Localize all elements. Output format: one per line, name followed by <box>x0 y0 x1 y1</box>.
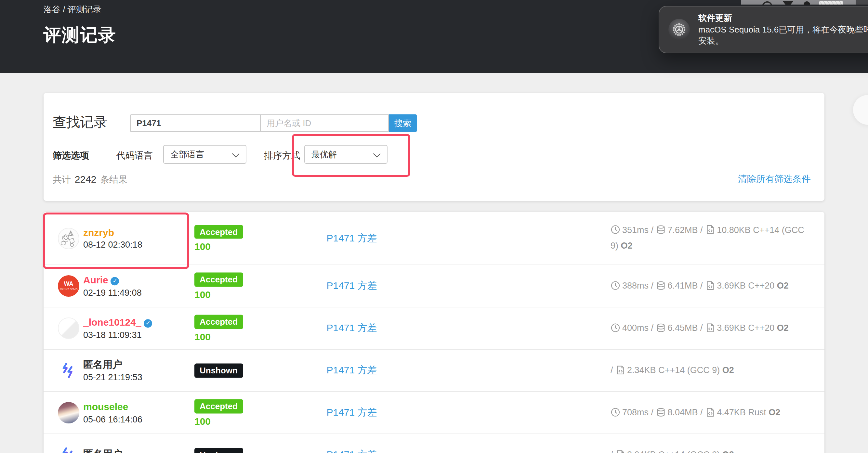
record-row[interactable]: 匿名用户✓ 05-21 21:19:53 Unshown P1471 方差 / … <box>43 349 825 391</box>
submission-stats: 400ms / 6.45MB / 3.69KB C++20 O2 <box>611 320 806 336</box>
status-badge[interactable]: Accepted <box>194 225 243 239</box>
status-badge[interactable]: Unshown <box>194 448 243 453</box>
username-link[interactable]: 匿名用户✓ <box>83 359 143 371</box>
username-link[interactable]: _lone10124_✓ <box>83 317 152 329</box>
code-file-icon <box>705 323 715 332</box>
code-file-icon <box>705 281 715 290</box>
status-badge[interactable]: Unshown <box>194 364 243 378</box>
problem-link[interactable]: P1471 方差 <box>274 449 430 453</box>
time-icon <box>611 407 620 417</box>
code-file-icon <box>615 365 625 375</box>
time-icon <box>611 225 620 234</box>
total-count: 2242 <box>75 173 97 185</box>
page: 洛谷 / 评测记录 评测记录 软件更新 macOS Sequoia 15.6已可… <box>0 0 868 453</box>
status-block: Unshown <box>194 448 243 453</box>
user-avatar[interactable] <box>58 227 79 249</box>
user-avatar[interactable] <box>58 318 79 339</box>
user-search-input[interactable] <box>260 115 389 132</box>
submission-time: 03-18 11:09:31 <box>83 330 152 340</box>
sort-select-value: 最优解 <box>311 149 337 160</box>
filter-options-label: 筛选选项 <box>53 150 89 162</box>
verified-badge-icon: ✓ <box>144 319 152 328</box>
partial-bell-icon <box>762 1 772 5</box>
submission-time: 05-21 21:19:53 <box>83 373 143 382</box>
problem-link[interactable]: P1471 方差 <box>274 280 430 292</box>
status-badge[interactable]: Accepted <box>194 399 243 413</box>
username-link[interactable]: znzryb✓ <box>83 226 143 239</box>
submission-time: 05-06 16:14:06 <box>83 415 143 424</box>
score: 100 <box>194 331 243 342</box>
partial-mail-icon <box>783 1 793 5</box>
problem-search-input[interactable] <box>130 115 260 132</box>
language-label: 代码语言 <box>116 150 153 162</box>
username-link[interactable]: mouselee✓ <box>83 401 143 413</box>
user-block: 匿名用户✓ 05-21 21:19:53 <box>83 359 143 382</box>
memory-icon <box>656 323 666 332</box>
status-block: Accepted 100 <box>194 225 243 252</box>
submission-stats: / 3.04KB C++14 (GCC 9) O2 <box>611 447 806 453</box>
score: 100 <box>194 415 243 426</box>
submission-stats: 708ms / 8.04MB / 4.47KB Rust O2 <box>611 405 806 421</box>
problem-link[interactable]: P1471 方差 <box>274 364 430 377</box>
problem-link[interactable]: P1471 方差 <box>274 232 430 245</box>
problem-link[interactable]: P1471 方差 <box>274 407 430 419</box>
status-block: Accepted 100 <box>194 399 243 426</box>
score: 100 <box>194 241 243 252</box>
time-icon <box>611 323 620 332</box>
record-row[interactable]: WA19ms/3.38MB Aurie✓ 02-19 11:49:08 Acce… <box>43 264 825 307</box>
sort-label: 排序方式 <box>264 150 300 162</box>
time-icon <box>611 281 620 290</box>
user-block: 匿名用户✓ <box>83 448 122 453</box>
settings-gear-icon <box>669 19 690 40</box>
partial-avatar <box>819 1 843 5</box>
status-block: Unshown <box>194 364 243 378</box>
total-suffix: 条结果 <box>100 174 127 185</box>
search-button[interactable]: 搜索 <box>389 115 417 132</box>
submission-stats: 388ms / 6.41MB / 3.69KB C++20 O2 <box>611 278 806 294</box>
background-navbar-strip <box>741 0 868 5</box>
user-avatar[interactable] <box>58 402 79 423</box>
avatar-subtext: 19ms/3.38MB <box>60 288 78 291</box>
code-file-icon <box>705 225 715 234</box>
memory-icon <box>656 281 666 290</box>
user-avatar[interactable] <box>58 444 79 453</box>
code-file-icon <box>705 407 715 417</box>
clear-filters-link[interactable]: 清除所有筛选条件 <box>738 173 811 185</box>
notification-text: 软件更新 macOS Sequoia 15.6已可用，将在今夜晚些时候安装。 <box>698 13 868 46</box>
user-block: mouselee✓ 05-06 16:14:06 <box>83 401 143 424</box>
submission-stats: 351ms / 7.62MB / 10.80KB C++14 (GCC 9) O… <box>611 222 806 254</box>
partial-user-icon <box>804 1 810 5</box>
memory-icon <box>656 407 666 417</box>
sort-select[interactable]: 最优解 <box>304 145 388 164</box>
status-badge[interactable]: Accepted <box>194 315 243 329</box>
chevron-down-icon <box>232 150 240 157</box>
record-row[interactable]: mouselee✓ 05-06 16:14:06 Accepted 100 P1… <box>43 391 825 433</box>
macos-notification[interactable]: 软件更新 macOS Sequoia 15.6已可用，将在今夜晚些时候安装。 <box>659 6 868 53</box>
code-file-icon <box>615 449 625 453</box>
status-badge[interactable]: Accepted <box>194 273 243 287</box>
partial-menu-block <box>856 0 868 5</box>
status-block: Accepted 100 <box>194 273 243 300</box>
search-input-group: 搜索 <box>130 115 417 132</box>
user-avatar[interactable]: WA19ms/3.38MB <box>58 275 79 297</box>
breadcrumb[interactable]: 洛谷 / 评测记录 <box>43 4 101 15</box>
records-list: znzryb✓ 08-12 02:30:18 Accepted 100 P147… <box>43 212 825 453</box>
search-label: 查找记录 <box>53 113 107 131</box>
record-row[interactable]: znzryb✓ 08-12 02:30:18 Accepted 100 P147… <box>43 212 825 264</box>
submission-time: 08-12 02:30:18 <box>83 240 143 250</box>
verified-badge-icon: ✓ <box>111 277 119 286</box>
username-link[interactable]: 匿名用户✓ <box>83 448 122 453</box>
notification-title: 软件更新 <box>698 13 868 24</box>
total-prefix: 共计 <box>53 174 71 185</box>
submission-stats: / 2.34KB C++14 (GCC 9) O2 <box>611 363 806 379</box>
record-row[interactable]: _lone10124_✓ 03-18 11:09:31 Accepted 100… <box>43 307 825 349</box>
avatar-text: WA <box>64 281 73 288</box>
problem-link[interactable]: P1471 方差 <box>274 322 430 334</box>
results-count: 共计 2242 条结果 <box>53 173 127 186</box>
record-row[interactable]: 匿名用户✓ Unshown P1471 方差 / 3.04KB C++14 (G… <box>43 433 825 453</box>
user-block: Aurie✓ 02-19 11:49:08 <box>83 274 142 298</box>
language-select[interactable]: 全部语言 <box>163 145 246 164</box>
username-link[interactable]: Aurie✓ <box>83 274 142 287</box>
floating-button-partial[interactable] <box>853 95 868 125</box>
user-avatar[interactable] <box>58 360 79 381</box>
